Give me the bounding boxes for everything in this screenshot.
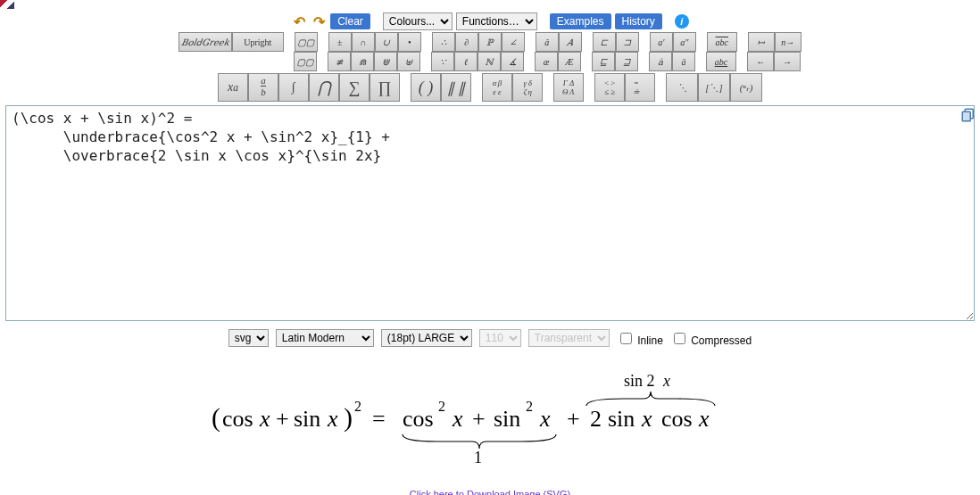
latex-input[interactable] xyxy=(5,105,975,321)
palette-cal-a[interactable]: 𝐴 xyxy=(559,32,582,52)
flag-icon[interactable] xyxy=(0,0,14,9)
palette-nequiv[interactable]: ≢ xyxy=(328,52,351,71)
palette-therefore[interactable]: ∴ xyxy=(432,32,455,52)
options-row: svg Latin Modern (18pt) LARGE 110 Transp… xyxy=(0,329,980,347)
compressed-checkbox[interactable] xyxy=(674,333,685,344)
palette-a-ddot[interactable]: ä xyxy=(672,52,695,71)
svg-text:sin: sin xyxy=(294,406,320,432)
svg-text:sin: sin xyxy=(494,406,520,432)
examples-button[interactable]: Examples xyxy=(550,13,611,29)
palette-relations2[interactable]: =≐ xyxy=(625,73,655,102)
undo-button[interactable]: ↶ xyxy=(291,13,307,29)
palette-n-arrow[interactable]: n→ xyxy=(775,32,801,52)
palette-power-xa[interactable]: xa xyxy=(218,73,248,102)
format-select[interactable]: svg xyxy=(228,329,269,347)
palette-hat-a[interactable]: â xyxy=(536,32,559,52)
palette-ell[interactable]: ℓ xyxy=(454,52,478,71)
svg-text:x: x xyxy=(259,406,270,432)
palette-AE[interactable]: Æ xyxy=(558,52,581,71)
palette-relations[interactable]: <>≤≥ xyxy=(594,73,625,102)
palette-boldgreek[interactable]: 𝐵𝑜𝑙𝑑𝐺𝑟𝑒𝑒𝑘 xyxy=(179,32,232,52)
dpi-select[interactable]: 110 xyxy=(479,329,521,347)
inline-checkbox[interactable] xyxy=(620,333,632,344)
palette-because[interactable]: ∵ xyxy=(431,52,454,71)
svg-text:x: x xyxy=(641,406,652,432)
palette-bigcap[interactable]: ⋂ xyxy=(309,73,339,102)
palette-greek-lower2[interactable]: γδζη xyxy=(512,73,543,102)
palette-upright[interactable]: Upright xyxy=(232,32,284,52)
palette-prod[interactable]: ∏ xyxy=(370,73,400,102)
svg-text:x: x xyxy=(452,406,463,432)
font-select[interactable]: Latin Modern xyxy=(276,329,374,347)
palette-integral[interactable]: ∫ xyxy=(278,73,309,102)
svg-text:2: 2 xyxy=(354,399,361,414)
svg-text:x: x xyxy=(327,406,338,432)
undo-icon: ↶ xyxy=(294,13,305,30)
history-button[interactable]: History xyxy=(615,13,662,29)
palette-mapsto[interactable]: ↦ xyxy=(748,32,775,52)
palette-cup[interactable]: ∪ xyxy=(375,32,398,52)
redo-icon: ↷ xyxy=(313,13,325,30)
palette-rightarrow[interactable]: → xyxy=(774,52,801,71)
palette-boxes-1[interactable]: ▢▢ xyxy=(295,32,318,52)
palette-pm[interactable]: ± xyxy=(328,32,352,52)
svg-text:2: 2 xyxy=(438,399,445,414)
palette-blackboard-p[interactable]: ℙ xyxy=(478,32,502,52)
svg-rect-1 xyxy=(962,111,970,121)
rendered-equation: ( cos x + sin x ) 2 = cos 2 x + sin 2 x … xyxy=(204,368,776,466)
palette-a-dot[interactable]: ȧ xyxy=(649,52,672,71)
colours-select[interactable]: Colours... xyxy=(383,12,453,30)
copy-icon[interactable] xyxy=(960,107,976,123)
svg-text:2: 2 xyxy=(590,406,602,432)
download-link[interactable]: Click here to Download Image (SVG) xyxy=(0,489,980,495)
palette-uplus[interactable]: ⊎ xyxy=(397,52,420,71)
palette-parens[interactable]: ( ) xyxy=(411,73,441,102)
svg-text:1: 1 xyxy=(474,449,482,466)
size-select[interactable]: (18pt) LARGE xyxy=(381,329,472,347)
redo-button[interactable]: ↷ xyxy=(311,13,327,29)
info-icon[interactable]: i xyxy=(675,14,689,29)
palette-binom[interactable]: (ⁿᵣ) xyxy=(730,73,762,102)
palette-matrix-brackets[interactable]: [⋱] xyxy=(698,73,730,102)
clear-button[interactable]: Clear xyxy=(330,13,370,29)
palette-cap2[interactable]: ⋒ xyxy=(351,52,374,71)
svg-text:sin 2: sin 2 xyxy=(624,372,655,390)
palette-frac[interactable]: ab xyxy=(248,73,278,102)
palette-underline-abc[interactable]: abc xyxy=(706,52,736,71)
palette-leftarrow[interactable]: ← xyxy=(747,52,774,71)
bg-select[interactable]: Transparent xyxy=(528,329,610,347)
svg-text:cos: cos xyxy=(222,406,253,432)
palette-greek-upper[interactable]: ΓΔΘΛ xyxy=(553,73,584,102)
svg-text:x: x xyxy=(539,406,551,432)
svg-text:cos: cos xyxy=(661,406,693,432)
palette-matrix-dots[interactable]: ⋱ xyxy=(666,73,698,102)
palette-boxes-2[interactable]: ▢▢ xyxy=(294,52,317,71)
functions-select[interactable]: Functions… xyxy=(456,12,537,30)
inline-label: Inline xyxy=(617,330,663,347)
palette-sum[interactable]: ∑ xyxy=(339,73,370,102)
svg-text:+: + xyxy=(567,406,580,432)
palette-sqsupseteq[interactable]: ⊒ xyxy=(615,52,638,71)
palette-verts[interactable]: ‖ ‖ xyxy=(441,73,471,102)
svg-text:(: ( xyxy=(212,402,220,433)
palette-partial[interactable]: ∂ xyxy=(455,32,478,52)
top-toolbar: ↶ ↷ Clear Colours... Functions… Examples… xyxy=(0,0,980,102)
palette-ae[interactable]: æ xyxy=(535,52,558,71)
palette-greek-lower1[interactable]: αβεε xyxy=(482,73,512,102)
palette-sqsubseteq[interactable]: ⊑ xyxy=(592,52,615,71)
palette-a-prime[interactable]: a′ xyxy=(650,32,673,52)
svg-text:x: x xyxy=(698,406,710,432)
palette-cup2[interactable]: ⋓ xyxy=(374,52,397,71)
compressed-label: Compressed xyxy=(670,330,752,347)
svg-text:): ) xyxy=(344,402,353,433)
palette-sqsubset[interactable]: ⊏ xyxy=(593,32,616,52)
palette-blackboard-n[interactable]: ℕ xyxy=(478,52,501,71)
palette-bullet[interactable]: • xyxy=(398,32,421,52)
palette-angle[interactable]: ∠ xyxy=(502,32,525,52)
palette-a-dprime[interactable]: a″ xyxy=(673,32,696,52)
palette-sqsupset[interactable]: ⊐ xyxy=(616,32,639,52)
palette-cap[interactable]: ∩ xyxy=(352,32,375,52)
palette-measured-angle[interactable]: ∡ xyxy=(501,52,524,71)
palette-overline-abc[interactable]: abc xyxy=(707,32,737,52)
svg-text:+: + xyxy=(472,406,486,432)
